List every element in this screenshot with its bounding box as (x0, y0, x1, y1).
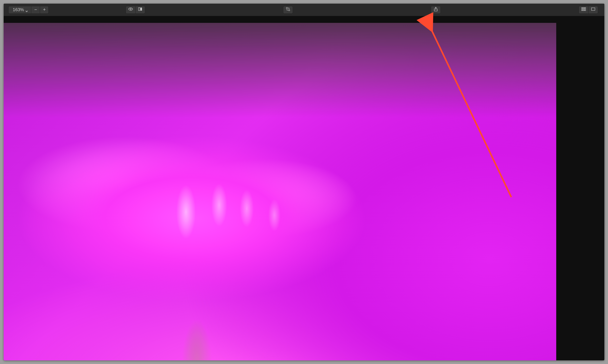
zoom-value: 163% (13, 7, 24, 12)
show-original-button[interactable] (126, 6, 135, 14)
svg-rect-5 (583, 8, 584, 9)
svg-rect-2 (140, 8, 142, 11)
crop-button[interactable] (283, 6, 293, 14)
zoom-in-button[interactable]: + (40, 6, 49, 14)
single-view-icon (591, 6, 596, 13)
svg-rect-8 (583, 10, 584, 11)
zoom-dropdown[interactable]: 163% (8, 6, 31, 14)
compare-icon (138, 6, 143, 13)
plus-icon: + (43, 7, 46, 12)
svg-rect-9 (585, 10, 586, 11)
svg-point-0 (130, 9, 131, 10)
chevron-down-icon (25, 9, 28, 11)
single-view-button[interactable] (588, 6, 598, 14)
svg-rect-1 (139, 8, 140, 11)
compare-button[interactable] (135, 6, 145, 14)
minus-icon: − (34, 7, 37, 12)
image-preview[interactable] (4, 23, 556, 360)
zoom-control-group: 163% − + (8, 6, 49, 14)
photo-content (4, 23, 556, 360)
grid-view-button[interactable] (579, 6, 588, 14)
canvas-area[interactable] (4, 16, 604, 360)
crop-icon (285, 6, 291, 13)
zoom-out-button[interactable]: − (31, 6, 40, 14)
toolbar: 163% − + (4, 4, 604, 16)
grid-icon (581, 6, 586, 13)
eye-icon (128, 6, 133, 13)
app-window: 163% − + (4, 4, 604, 360)
svg-rect-4 (582, 8, 583, 9)
svg-rect-10 (591, 8, 595, 10)
share-icon (433, 6, 438, 13)
svg-rect-6 (585, 8, 586, 9)
share-button[interactable] (431, 6, 441, 14)
view-mode-group (579, 6, 598, 14)
svg-rect-7 (582, 10, 583, 11)
preview-group (126, 6, 145, 14)
